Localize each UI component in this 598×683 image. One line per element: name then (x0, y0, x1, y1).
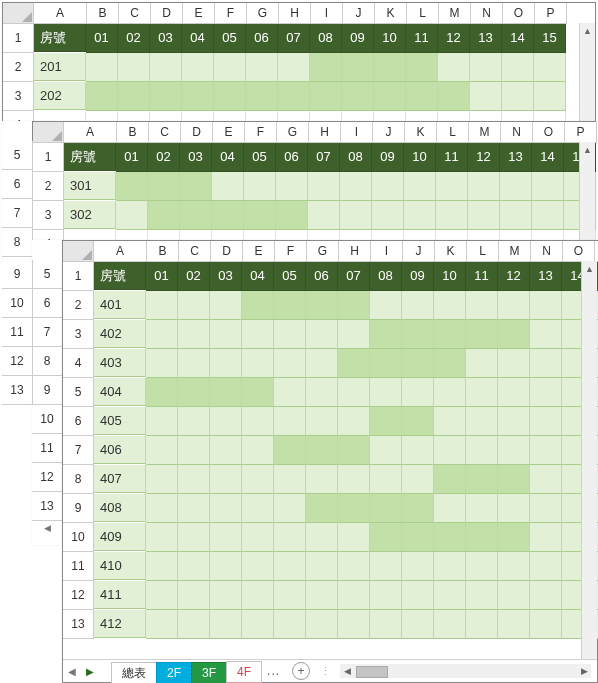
row-header-5[interactable]: 5 (63, 378, 94, 407)
day-cell[interactable] (242, 523, 274, 552)
day-cell[interactable] (242, 494, 274, 523)
day-cell[interactable] (146, 581, 178, 610)
day-cell[interactable] (274, 291, 306, 320)
day-cell[interactable] (374, 53, 406, 82)
day-cell[interactable] (370, 523, 402, 552)
day-cell[interactable] (338, 291, 370, 320)
day-cell[interactable] (274, 436, 306, 465)
row-header-13[interactable]: 13 (2, 376, 33, 405)
tab-nav-prev[interactable]: ◀ (63, 660, 81, 682)
day-cell[interactable] (210, 494, 242, 523)
day-cell[interactable] (148, 201, 180, 230)
column-header-M[interactable]: M (469, 122, 501, 143)
column-header-A[interactable]: A (94, 241, 147, 262)
row-header-7[interactable]: 7 (32, 318, 63, 347)
row-header-1[interactable]: 1 (63, 262, 94, 291)
column-header-E[interactable]: E (213, 122, 245, 143)
scroll-thumb[interactable] (356, 666, 388, 678)
column-header-A[interactable]: A (64, 122, 117, 143)
column-header-N[interactable]: N (531, 241, 563, 262)
day-cell[interactable] (210, 291, 242, 320)
row-header-7[interactable]: 7 (63, 436, 94, 465)
row-header-12[interactable]: 12 (2, 347, 33, 376)
column-header-K[interactable]: K (375, 3, 407, 24)
day-cell[interactable] (306, 494, 338, 523)
day-cell[interactable] (498, 610, 530, 639)
row-header-8[interactable]: 8 (63, 465, 94, 494)
room-cell[interactable]: 401 (94, 291, 146, 319)
day-cell[interactable] (372, 172, 404, 201)
column-header-G[interactable]: G (247, 3, 279, 24)
column-header-I[interactable]: I (341, 122, 373, 143)
day-cell[interactable] (242, 378, 274, 407)
room-cell[interactable]: 410 (94, 552, 146, 580)
day-cell[interactable] (470, 82, 502, 111)
day-cell[interactable] (530, 436, 562, 465)
column-header-B[interactable]: B (87, 3, 119, 24)
day-cell[interactable] (338, 523, 370, 552)
day-cell[interactable] (438, 82, 470, 111)
row-header-13[interactable]: 13 (63, 610, 94, 639)
row-header-6[interactable]: 6 (63, 407, 94, 436)
column-header-C[interactable]: C (179, 241, 211, 262)
day-cell[interactable] (278, 53, 310, 82)
day-cell[interactable] (146, 436, 178, 465)
day-cell[interactable] (466, 436, 498, 465)
day-cell[interactable] (146, 407, 178, 436)
day-cell[interactable] (150, 53, 182, 82)
day-cell[interactable] (530, 581, 562, 610)
day-cell[interactable] (210, 552, 242, 581)
day-cell[interactable] (242, 291, 274, 320)
day-cell[interactable] (466, 552, 498, 581)
day-cell[interactable] (370, 378, 402, 407)
day-cell[interactable] (530, 465, 562, 494)
day-cell[interactable] (338, 610, 370, 639)
day-cell[interactable] (498, 320, 530, 349)
column-header-J[interactable]: J (373, 122, 405, 143)
column-header-L[interactable]: L (407, 3, 439, 24)
day-cell[interactable] (340, 172, 372, 201)
day-cell[interactable] (402, 378, 434, 407)
day-cell[interactable] (274, 349, 306, 378)
column-header-B[interactable]: B (117, 122, 149, 143)
day-cell[interactable] (242, 552, 274, 581)
day-cell[interactable] (498, 407, 530, 436)
day-cell[interactable] (242, 465, 274, 494)
day-cell[interactable] (402, 581, 434, 610)
day-cell[interactable] (370, 494, 402, 523)
row-header-6[interactable]: 6 (32, 289, 63, 318)
day-cell[interactable] (146, 523, 178, 552)
day-cell[interactable] (402, 320, 434, 349)
day-cell[interactable] (210, 581, 242, 610)
day-cell[interactable] (214, 82, 246, 111)
day-cell[interactable] (116, 172, 148, 201)
day-cell[interactable] (210, 465, 242, 494)
day-cell[interactable] (374, 82, 406, 111)
day-cell[interactable] (406, 82, 438, 111)
day-cell[interactable] (370, 610, 402, 639)
day-cell[interactable] (338, 378, 370, 407)
day-cell[interactable] (402, 407, 434, 436)
day-cell[interactable] (178, 610, 210, 639)
row-header-9[interactable]: 9 (63, 494, 94, 523)
vertical-scrollbar[interactable]: ▲ (581, 261, 597, 660)
sheet-nav-arrow-icon[interactable]: ◀ (32, 521, 63, 535)
row-header-5[interactable]: 5 (2, 141, 33, 170)
day-cell[interactable] (370, 291, 402, 320)
day-cell[interactable] (244, 172, 276, 201)
row-header-2[interactable]: 2 (3, 53, 34, 82)
day-cell[interactable] (372, 201, 404, 230)
row-header-12[interactable]: 12 (32, 463, 63, 492)
row-header-4[interactable]: 4 (63, 349, 94, 378)
row-header-2[interactable]: 2 (33, 172, 64, 201)
day-cell[interactable] (146, 320, 178, 349)
day-cell[interactable] (150, 82, 182, 111)
row-header-6[interactable]: 6 (2, 170, 33, 199)
day-cell[interactable] (274, 552, 306, 581)
column-header-D[interactable]: D (181, 122, 213, 143)
day-cell[interactable] (500, 201, 532, 230)
day-cell[interactable] (180, 201, 212, 230)
day-cell[interactable] (180, 172, 212, 201)
room-cell[interactable]: 402 (94, 320, 146, 348)
day-cell[interactable] (434, 523, 466, 552)
